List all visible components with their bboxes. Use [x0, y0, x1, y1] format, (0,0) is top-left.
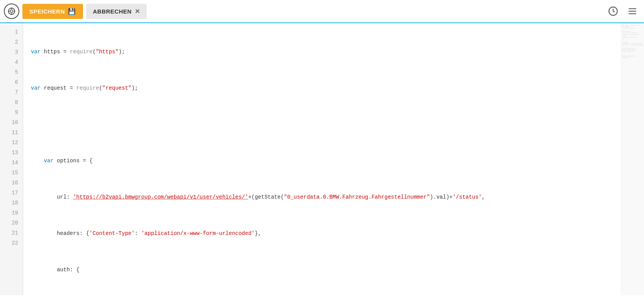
- menu-icon-button[interactable]: [625, 3, 640, 19]
- line-num-6: 6: [0, 77, 23, 87]
- code-editor[interactable]: 1 2 3 4 5 6 7 8 9 10 11 12 13 14 15 16 1…: [0, 23, 644, 295]
- line-num-21: 21: [0, 228, 23, 238]
- cancel-label: ABBRECHEN: [93, 8, 132, 15]
- save-icon: 💾: [68, 8, 76, 15]
- code-line-4: var options = {: [31, 156, 621, 166]
- svg-point-1: [10, 10, 13, 12]
- line-numbers: 1 2 3 4 5 6 7 8 9 10 11 12 13 14 15 16 1…: [0, 23, 23, 295]
- line-num-15: 15: [0, 168, 23, 178]
- save-label: SPEICHERN: [29, 8, 65, 15]
- cancel-icon: ✕: [135, 8, 140, 15]
- line-num-13: 13: [0, 148, 23, 158]
- code-line-6: headers: {'Content-Type': 'application/x…: [31, 228, 621, 238]
- line-num-10: 10: [0, 117, 23, 128]
- toolbar: SPEICHERN 💾 ABBRECHEN ✕: [0, 0, 644, 23]
- line-num-18: 18: [0, 198, 23, 208]
- cancel-button[interactable]: ABBRECHEN ✕: [86, 4, 147, 19]
- line-num-7: 7: [0, 87, 23, 97]
- minimap: var https = require("https"); var reques…: [621, 23, 644, 295]
- line-num-3: 3: [0, 47, 23, 57]
- line-num-16: 16: [0, 178, 23, 188]
- code-line-7: auth: {: [31, 265, 621, 275]
- line-num-8: 8: [0, 97, 23, 107]
- line-num-11: 11: [0, 128, 23, 138]
- code-line-1: var https = require("https");: [31, 47, 621, 57]
- line-num-17: 17: [0, 188, 23, 198]
- code-line-5: url: 'https://b2vapi.bmwgroup.com/webapi…: [31, 192, 621, 202]
- line-num-19: 19: [0, 208, 23, 218]
- history-icon-button[interactable]: [605, 3, 621, 19]
- save-button[interactable]: SPEICHERN 💾: [22, 4, 83, 19]
- code-content[interactable]: var https = require("https"); var reques…: [23, 23, 621, 295]
- line-num-22: 22: [0, 238, 23, 248]
- target-icon[interactable]: [4, 3, 19, 19]
- line-num-14: 14: [0, 158, 23, 168]
- line-num-2: 2: [0, 37, 23, 47]
- line-num-20: 20: [0, 218, 23, 228]
- line-num-1: 1: [0, 27, 23, 37]
- minimap-content: var https = require("https"); var reques…: [622, 25, 643, 59]
- code-line-2: var request = require("request");: [31, 83, 621, 93]
- line-num-4: 4: [0, 57, 23, 67]
- toolbar-right: [605, 3, 640, 19]
- line-num-9: 9: [0, 107, 23, 117]
- code-line-3: [31, 119, 621, 129]
- line-num-12: 12: [0, 138, 23, 148]
- line-num-5: 5: [0, 67, 23, 77]
